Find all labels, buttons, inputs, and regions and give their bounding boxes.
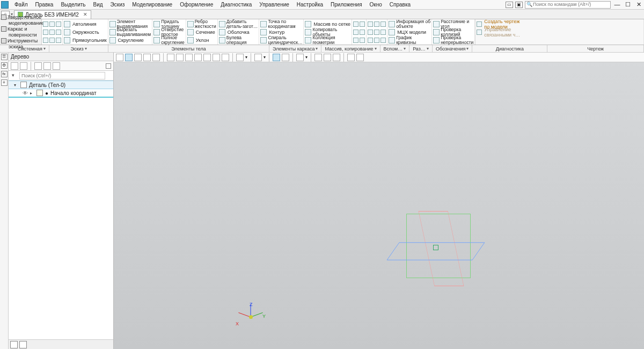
spiral-icon[interactable] <box>260 37 267 43</box>
command-search-input[interactable]: Поиск по командам (Alt+/) <box>525 1 611 9</box>
autoline-icon[interactable] <box>64 21 70 27</box>
view-tool-icon[interactable] <box>134 54 142 61</box>
view-tool-icon[interactable] <box>143 54 151 61</box>
view-tool-icon[interactable] <box>194 54 202 61</box>
aux-icon[interactable] <box>380 38 386 43</box>
aux-icon[interactable] <box>380 21 386 27</box>
tree-view-mode-icon[interactable] <box>10 341 18 348</box>
menu-diagnostics[interactable]: Диагностика <box>219 1 253 8</box>
hole-icon[interactable] <box>153 29 160 35</box>
view-tool-icon[interactable] <box>347 54 355 61</box>
fillet-icon[interactable] <box>109 37 116 43</box>
mass-icon[interactable] <box>389 29 395 35</box>
origin-marker[interactable] <box>433 245 438 250</box>
aux-icon[interactable] <box>360 21 365 27</box>
view-tool-icon[interactable] <box>333 54 340 61</box>
menu-edit[interactable]: Правка <box>34 1 55 8</box>
layers-tab-icon[interactable]: ≡ <box>1 79 8 86</box>
viewport-3d[interactable]: ▾ ▾ ▾ X Y Z <box>114 53 644 349</box>
info-icon[interactable] <box>389 21 395 27</box>
window-layout-2-icon[interactable]: ▣ <box>515 2 523 8</box>
menu-modeling[interactable]: Моделирование <box>130 1 174 8</box>
panel-tab-body[interactable]: Элементы тела <box>108 45 269 52</box>
cut-icon[interactable] <box>109 29 116 35</box>
tree-view-mode-icon[interactable] <box>19 341 27 348</box>
new-icon[interactable] <box>43 21 48 27</box>
panel-tab-array[interactable]: Массив, копирование▾ <box>321 45 380 52</box>
view-tool-icon[interactable] <box>152 54 160 61</box>
window-layout-1-icon[interactable]: ▭ <box>506 2 513 8</box>
view-tool-icon[interactable] <box>167 54 174 61</box>
ribbon-mode-header[interactable]: Твердотельное моделирование Каркас и пов… <box>0 19 42 45</box>
close-tab-button[interactable]: ✕ <box>83 12 87 17</box>
manage-links-icon[interactable] <box>477 30 482 35</box>
copy-objects-icon[interactable] <box>305 29 311 35</box>
rib-icon[interactable] <box>187 21 194 27</box>
filter-icon[interactable] <box>296 54 304 61</box>
aux-icon[interactable] <box>368 21 373 27</box>
tree-tool-icon[interactable] <box>20 62 27 70</box>
continuity-icon[interactable] <box>433 37 440 43</box>
rectangle-icon[interactable] <box>64 37 70 43</box>
menu-file[interactable]: Файл <box>13 1 30 8</box>
tree-tool-icon[interactable] <box>53 62 60 70</box>
paste-icon[interactable] <box>49 38 55 43</box>
copy-icon[interactable] <box>43 38 48 43</box>
section-icon[interactable] <box>187 29 194 35</box>
menu-window[interactable]: Окно <box>368 1 384 8</box>
add-blank-icon[interactable] <box>219 21 225 27</box>
panel-tab-dim[interactable]: Раз…▾ <box>409 45 433 52</box>
menu-format[interactable]: Оформление <box>178 1 215 8</box>
params-tab-icon[interactable]: ⚙ <box>1 62 8 69</box>
drawing-link-icon[interactable] <box>477 21 482 27</box>
menu-apps[interactable]: Приложения <box>329 1 364 8</box>
vars-tab-icon[interactable]: fx <box>1 71 8 77</box>
full-round-icon[interactable] <box>153 37 160 43</box>
view-tool-icon[interactable] <box>324 54 331 61</box>
draft-icon[interactable] <box>187 37 194 43</box>
geom-collection-icon[interactable] <box>305 37 311 43</box>
window-maximize-button[interactable]: ☐ <box>624 2 632 8</box>
aux-icon[interactable] <box>353 21 358 27</box>
curvature-icon[interactable] <box>389 37 395 43</box>
view-tool-icon[interactable] <box>125 54 133 61</box>
view-tool-icon[interactable] <box>254 54 262 61</box>
view-tool-icon[interactable] <box>185 54 193 61</box>
view-tool-icon[interactable] <box>356 54 364 61</box>
view-tool-icon[interactable] <box>203 54 211 61</box>
view-tool-icon[interactable] <box>176 54 184 61</box>
extrude-icon[interactable] <box>109 21 116 27</box>
view-tool-icon[interactable] <box>213 54 220 61</box>
panel-tab-system[interactable]: Системная▾ <box>0 45 49 52</box>
panel-tab-frame[interactable]: Элементы каркаса▾ <box>269 45 321 52</box>
tree-tool-icon[interactable] <box>43 62 51 70</box>
aux-icon[interactable] <box>353 30 358 35</box>
tree-root[interactable]: ▾ Деталь (Тел-0) <box>9 81 113 89</box>
aux-icon[interactable] <box>374 21 379 27</box>
axis-triad[interactable]: X Y Z <box>235 301 267 333</box>
panel-tab-aux[interactable]: Вспом…▾ <box>380 45 410 52</box>
aux-icon[interactable] <box>360 30 365 35</box>
view-tool-icon[interactable] <box>314 54 322 61</box>
open-icon[interactable] <box>49 21 55 27</box>
shell-icon[interactable] <box>219 29 225 35</box>
menu-select[interactable]: Выделить <box>59 1 87 8</box>
tree-search-input[interactable] <box>19 72 105 79</box>
props-icon[interactable] <box>56 38 61 43</box>
undo-icon[interactable] <box>49 30 55 35</box>
panel-tab-diag[interactable]: Диагностика <box>472 45 547 52</box>
tree-child-origin[interactable]: 👁 ▸ ● Начало координат <box>9 89 113 98</box>
tree-tab-icon[interactable]: ☰ <box>1 54 8 60</box>
menu-help[interactable]: Справка <box>388 1 412 8</box>
pattern-icon[interactable] <box>305 21 311 27</box>
aux-icon[interactable] <box>374 30 379 35</box>
aux-icon[interactable] <box>368 38 373 43</box>
view-tool-icon[interactable] <box>282 54 289 61</box>
save-icon[interactable] <box>56 21 61 27</box>
menu-manage[interactable]: Управление <box>258 1 291 8</box>
aux-icon[interactable] <box>353 38 358 43</box>
view-tool-icon[interactable] <box>236 54 244 61</box>
thicken-icon[interactable] <box>153 21 160 27</box>
point-icon[interactable] <box>260 21 267 27</box>
panel-tab-marks[interactable]: Обозначения▾ <box>433 45 473 52</box>
